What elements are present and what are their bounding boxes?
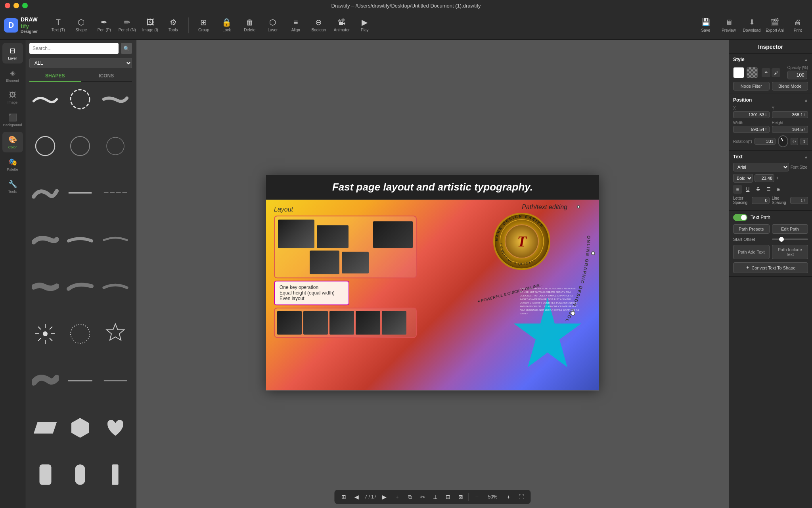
photo-2[interactable]: [317, 225, 349, 248]
paint-style-btn[interactable]: 🖌: [772, 68, 780, 77]
save-btn[interactable]: 💾 Save: [695, 13, 716, 37]
text-tool-btn[interactable]: T Text (T): [47, 13, 69, 37]
sidebar-item-palette[interactable]: 🎭 Palette: [2, 154, 23, 175]
minimize-button[interactable]: [13, 3, 19, 8]
letter-spacing-input[interactable]: [754, 198, 768, 203]
text-collapse-btn[interactable]: ▲: [804, 155, 808, 159]
blend-mode-btn[interactable]: Blend Mode: [772, 82, 808, 90]
selection-handle-2[interactable]: [591, 251, 595, 255]
photo-5[interactable]: [342, 252, 369, 273]
photo-3[interactable]: [373, 221, 413, 248]
line-spacing-input[interactable]: [792, 198, 803, 203]
shape-dotted-circle[interactable]: [64, 319, 96, 348]
zoom-out-btn[interactable]: −: [472, 492, 482, 502]
photo-1[interactable]: [278, 219, 314, 248]
photo-b2[interactable]: [303, 311, 328, 335]
x-input[interactable]: [735, 112, 764, 117]
sidebar-item-color[interactable]: 🎨 Color: [2, 132, 23, 152]
width-input[interactable]: [735, 127, 764, 132]
zoom-in-btn[interactable]: +: [504, 492, 513, 502]
doc-body[interactable]: Layout: [266, 200, 599, 390]
shape-heart[interactable]: [100, 414, 131, 442]
close-button[interactable]: [5, 3, 10, 8]
opacity-input[interactable]: [787, 71, 807, 79]
print-btn[interactable]: 🖨 Print: [787, 13, 808, 37]
prev-page-btn[interactable]: ◀: [352, 492, 361, 502]
layer-btn[interactable]: ⬡ Layer: [262, 13, 284, 37]
shape-line-3[interactable]: [64, 366, 96, 395]
sidebar-item-element[interactable]: ◈ Element: [2, 65, 23, 86]
font-select[interactable]: Arial Helvetica Times New Roman: [733, 163, 789, 171]
selection-handle-1[interactable]: [577, 205, 580, 208]
font-weight-select[interactable]: Bold Regular Italic: [733, 174, 753, 183]
copy-page-btn[interactable]: ⧉: [405, 492, 415, 502]
shape-brush-5[interactable]: [64, 226, 96, 254]
shape-starburst[interactable]: [29, 319, 61, 348]
search-button[interactable]: 🔍: [121, 43, 132, 54]
add-page-btn[interactable]: +: [393, 492, 402, 502]
image-tool-btn[interactable]: 🖼 Image (I): [139, 13, 161, 37]
sidebar-item-image[interactable]: 🖼 Image: [2, 87, 23, 108]
edit-path-btn[interactable]: Edit Path: [772, 224, 808, 234]
photo-b5[interactable]: [382, 311, 406, 335]
text-path-toggle[interactable]: [733, 214, 747, 221]
y-input[interactable]: [774, 112, 803, 117]
rotation-handle[interactable]: [571, 311, 575, 316]
flip-v-btn[interactable]: ⇕: [801, 138, 808, 145]
tab-shapes[interactable]: SHAPES: [29, 71, 81, 82]
delete-btn[interactable]: 🗑 Delete: [239, 13, 261, 37]
download-btn[interactable]: ⬇ Download: [741, 13, 762, 37]
document-canvas[interactable]: Fast page layout and artistic typography…: [266, 175, 599, 390]
next-page-btn[interactable]: ▶: [380, 492, 389, 502]
shape-star-of-david[interactable]: [100, 319, 131, 348]
shape-tool-btn[interactable]: ⬡ Shape: [70, 13, 92, 37]
fill-color-swatch[interactable]: [733, 67, 744, 78]
rotation-input[interactable]: [756, 139, 774, 144]
align-bottom-btn[interactable]: ⊥: [431, 492, 440, 502]
path-add-text-btn[interactable]: Path Add Text: [733, 245, 770, 259]
shape-brush-6[interactable]: [100, 226, 131, 254]
photo-b3[interactable]: [329, 311, 354, 335]
underline-btn[interactable]: U: [743, 185, 752, 194]
photo-4[interactable]: [310, 250, 339, 274]
flip-h-btn[interactable]: ⇔: [791, 138, 798, 145]
pattern-swatch[interactable]: [747, 67, 758, 78]
font-size-input[interactable]: [755, 174, 774, 182]
shape-circle-outline-2[interactable]: [64, 132, 96, 160]
shape-tall-rect[interactable]: [100, 460, 131, 489]
table-btn[interactable]: ⊞: [774, 185, 783, 194]
boolean-btn[interactable]: ⊖ Boolean: [308, 13, 330, 37]
export-ani-btn[interactable]: 🎬 Export Ani: [764, 13, 785, 37]
photo-b4[interactable]: [356, 311, 380, 335]
position-collapse-btn[interactable]: ▲: [804, 98, 808, 102]
sidebar-item-layer[interactable]: ⊟ Layer: [2, 43, 23, 64]
lock-btn[interactable]: 🔒 Lock: [216, 13, 238, 37]
rotation-dial[interactable]: [778, 135, 788, 147]
shape-line-2[interactable]: [100, 179, 131, 207]
shape-line-1[interactable]: [64, 179, 96, 207]
photo-b1[interactable]: [277, 311, 302, 335]
tab-icons[interactable]: ICONS: [81, 71, 132, 82]
preview-btn[interactable]: 🖥 Preview: [718, 13, 739, 37]
shape-parallelogram[interactable]: [29, 414, 61, 442]
grid-view-btn[interactable]: ⊞: [339, 492, 349, 502]
tools-btn[interactable]: ⚙ Tools: [162, 13, 184, 37]
shape-brush-3[interactable]: [29, 179, 61, 207]
shape-circle-outline-3[interactable]: [100, 132, 131, 160]
path-include-text-btn[interactable]: Path Include Text: [772, 245, 808, 259]
play-btn[interactable]: ▶ Play: [354, 13, 376, 37]
shape-line-4[interactable]: [100, 366, 131, 395]
fit-page-btn[interactable]: ⛶: [517, 492, 526, 502]
slice-btn[interactable]: ✂: [418, 492, 427, 502]
pencil-tool-btn[interactable]: ✏ Pencil (N): [116, 13, 138, 37]
grid-toggle-btn[interactable]: ⊟: [443, 492, 453, 502]
align-left-btn[interactable]: ≡: [733, 185, 742, 194]
shape-circle-outline-1[interactable]: [29, 132, 61, 160]
align-btn[interactable]: ≡ Align: [285, 13, 307, 37]
shape-brush-9[interactable]: [100, 273, 131, 301]
animator-btn[interactable]: 📽 Animator: [331, 13, 353, 37]
shape-brush-8[interactable]: [64, 273, 96, 301]
canvas-area[interactable]: Fast page layout and artistic typography…: [136, 40, 729, 508]
shape-rounded-rect[interactable]: [29, 460, 61, 489]
shape-brush-1[interactable]: [29, 85, 61, 114]
